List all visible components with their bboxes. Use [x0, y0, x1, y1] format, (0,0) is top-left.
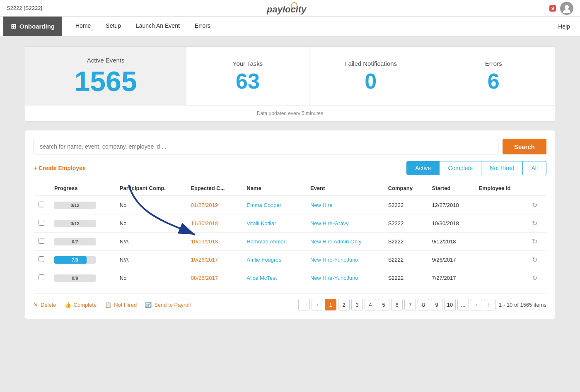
nav-help[interactable]: Help [551, 23, 577, 30]
page-next-btn[interactable]: › [471, 299, 482, 310]
row-name[interactable]: Amlie Fougres [242, 251, 305, 269]
notification-badge[interactable]: 9 [549, 5, 556, 12]
row-refresh[interactable]: ↻ [527, 269, 546, 287]
row-name[interactable]: Emma Cooper [242, 196, 305, 214]
page-8-btn[interactable]: 8 [418, 299, 429, 310]
page-4-btn[interactable]: 4 [365, 299, 376, 310]
your-tasks-value: 63 [236, 70, 260, 92]
avatar[interactable] [560, 2, 573, 15]
search-input[interactable] [34, 139, 498, 154]
progress-text: 0/9 [54, 276, 96, 281]
nav-item-home[interactable]: Home [69, 17, 97, 36]
refresh-icon[interactable]: ↻ [532, 220, 537, 227]
send-payroll-icon: 🔄 [145, 302, 152, 308]
page-last-btn[interactable]: ⊢ [484, 299, 495, 310]
page-5-btn[interactable]: 5 [378, 299, 389, 310]
row-participant-comp: N/A [115, 233, 186, 251]
row-name-link[interactable]: Vitalii Kotliar [247, 220, 276, 226]
page-2-btn[interactable]: 2 [338, 299, 350, 310]
nav-items: Home Setup Launch An Event Errors [69, 17, 217, 36]
nav-item-setup[interactable]: Setup [99, 17, 128, 36]
create-employee-button[interactable]: + Create Employee [34, 165, 86, 171]
row-event-link[interactable]: New Hire-Gravy [310, 220, 348, 226]
row-checkbox-cell[interactable] [34, 196, 49, 214]
nav-item-launch[interactable]: Launch An Event [129, 17, 186, 36]
page-6-btn[interactable]: 6 [391, 299, 403, 310]
row-event[interactable]: New Hire [305, 196, 383, 214]
page-prev-btn[interactable]: ‹ [312, 299, 323, 310]
page-10-btn[interactable]: 10 [444, 299, 456, 310]
table-row: 0/9 No 08/26/2017 Alice McTest New Hire-… [34, 269, 546, 287]
row-company: S2222 [383, 214, 427, 233]
page-1-btn[interactable]: 1 [325, 299, 336, 310]
table-row: 0/12 No 01/27/2019 Emma Cooper New Hire … [34, 196, 546, 214]
bulk-send-payroll-button[interactable]: 🔄 Send to Payroll [145, 302, 191, 308]
filter-tab-not-hired[interactable]: Not Hired [481, 161, 523, 175]
refresh-icon[interactable]: ↻ [532, 202, 537, 209]
page-3-btn[interactable]: 3 [351, 299, 363, 310]
row-participant-comp: No [115, 196, 186, 214]
row-name[interactable]: Vitalii Kotliar [242, 214, 305, 233]
row-progress-cell: 0/12 [49, 196, 115, 214]
bulk-not-hired-button[interactable]: 📋 Not Hired [105, 302, 137, 308]
page-first-btn[interactable]: ⊣ [298, 299, 310, 310]
bulk-delete-button[interactable]: ✕ Delete [34, 302, 56, 308]
search-row: Search [34, 139, 546, 154]
row-name-link[interactable]: Alice McTest [247, 275, 277, 281]
row-refresh[interactable]: ↻ [527, 251, 546, 269]
active-events-label: Active Events [87, 57, 125, 64]
row-checkbox-cell[interactable] [34, 269, 49, 287]
row-checkbox-cell[interactable] [34, 214, 49, 233]
col-started: Started [427, 181, 474, 196]
row-started: 12/27/2018 [427, 196, 474, 214]
stats-card: Active Events 1565 Your Tasks 63 Failed … [25, 46, 555, 122]
row-event-link[interactable]: New Hire-YunoJuno [310, 275, 358, 281]
your-tasks-label: Your Tasks [233, 60, 263, 67]
refresh-icon[interactable]: ↻ [532, 274, 537, 281]
row-checkbox[interactable] [39, 256, 44, 262]
row-checkbox-cell[interactable] [34, 233, 49, 251]
nav-onboarding[interactable]: ⊞ Onboarding [3, 17, 62, 36]
page-7-btn[interactable]: 7 [404, 299, 416, 310]
progress-text: 0/12 [54, 203, 96, 208]
row-event-link[interactable]: New Hire-YunoJuno [310, 257, 358, 263]
progress-text: 0/7 [54, 239, 96, 244]
nav-bar: ⊞ Onboarding Home Setup Launch An Event … [0, 17, 580, 36]
row-event[interactable]: New Hire-YunoJuno [305, 251, 383, 269]
row-event[interactable]: New Hire-YunoJuno [305, 269, 383, 287]
col-event: Event [305, 181, 383, 196]
nav-item-errors[interactable]: Errors [188, 17, 217, 36]
row-refresh[interactable]: ↻ [527, 214, 546, 233]
row-name-link[interactable]: Amlie Fougres [247, 257, 281, 263]
row-checkbox[interactable] [39, 220, 44, 226]
table-row: 7/9 N/A 10/26/2017 Amlie Fougres New Hir… [34, 251, 546, 269]
row-checkbox[interactable] [39, 202, 44, 207]
refresh-icon[interactable]: ↻ [532, 256, 537, 263]
filter-tab-complete[interactable]: Complete [440, 161, 481, 175]
row-checkbox[interactable] [39, 238, 44, 244]
row-event-link[interactable]: New Hire Admin Only [310, 238, 362, 245]
row-refresh[interactable]: ↻ [527, 233, 546, 251]
row-refresh[interactable]: ↻ [527, 196, 546, 214]
stats-row: Active Events 1565 Your Tasks 63 Failed … [25, 47, 555, 105]
row-participant-comp: N/A [115, 251, 186, 269]
filter-tab-all[interactable]: All [523, 161, 546, 175]
failed-notif-value: 0 [365, 70, 377, 92]
search-button[interactable]: Search [503, 139, 546, 154]
row-event[interactable]: New Hire Admin Only [305, 233, 383, 251]
row-checkbox-cell[interactable] [34, 251, 49, 269]
refresh-icon[interactable]: ↻ [532, 238, 537, 245]
row-employee-id [474, 251, 527, 269]
filter-tab-active[interactable]: Active [406, 161, 440, 175]
row-name[interactable]: Alice McTest [242, 269, 305, 287]
row-event-link[interactable]: New Hire [310, 202, 332, 208]
complete-label: Complete [74, 302, 97, 308]
bulk-complete-button[interactable]: 👍 Complete [65, 302, 97, 308]
col-checkbox [34, 181, 49, 196]
row-checkbox[interactable] [39, 274, 44, 280]
row-name-link[interactable]: Hammad Ahmed [247, 238, 287, 245]
row-name-link[interactable]: Emma Cooper [247, 202, 281, 208]
row-name[interactable]: Hammad Ahmed [242, 233, 305, 251]
page-9-btn[interactable]: 9 [431, 299, 442, 310]
row-event[interactable]: New Hire-Gravy [305, 214, 383, 233]
